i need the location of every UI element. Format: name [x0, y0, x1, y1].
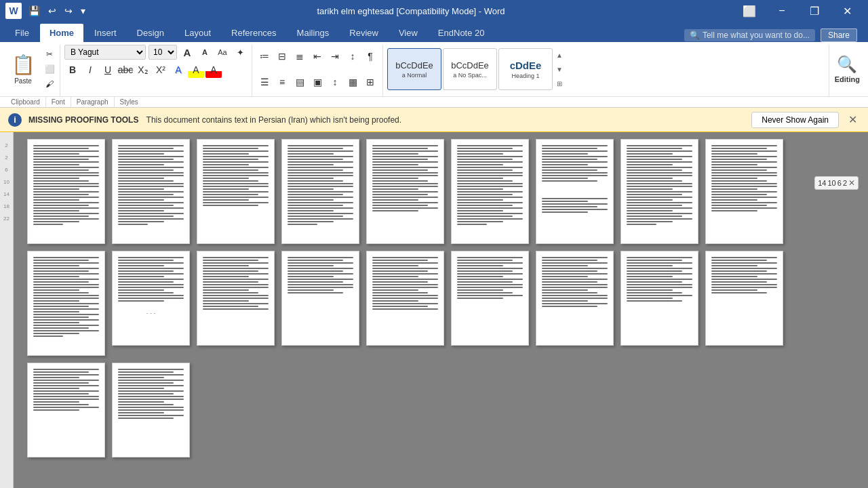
page-13 — [281, 251, 359, 346]
zoom-10: 10 — [828, 179, 836, 187]
increase-indent-button[interactable]: ⇥ — [327, 48, 343, 64]
styles-group: bCcDdEe a Normal bCcDdEe a No Spac... cD… — [383, 45, 829, 96]
tab-references[interactable]: References — [222, 24, 285, 42]
bold-button[interactable]: B — [64, 62, 81, 78]
style-normal[interactable]: bCcDdEe a Normal — [387, 48, 441, 90]
styles-scroll-down[interactable]: ▼ — [554, 62, 565, 76]
cut-button[interactable]: ✂ — [42, 47, 57, 61]
numbering-button[interactable]: ⊟ — [274, 48, 290, 64]
zoom-close-button[interactable]: ✕ — [848, 178, 855, 188]
minimize-button[interactable]: − — [766, 0, 797, 22]
tab-mailings[interactable]: Mailings — [288, 24, 339, 42]
page-9 — [705, 139, 783, 244]
multilevel-button[interactable]: ≣ — [292, 48, 308, 64]
underline-button[interactable]: U — [100, 62, 116, 78]
style-heading-sample: cDdEe — [510, 60, 542, 71]
vertical-ruler: 2 2 6 10 14 18 22 — [0, 132, 14, 488]
paste-button[interactable]: 📋 Paste — [5, 45, 41, 94]
tab-insert[interactable]: Insert — [85, 24, 126, 42]
page-11: - - - — [112, 251, 190, 346]
styles-scroll: ▲ ▼ ⊞ — [554, 48, 565, 90]
shading-button[interactable]: ▦ — [344, 74, 361, 90]
align-right-button[interactable]: ▤ — [292, 74, 308, 90]
change-case-button[interactable]: Aa — [215, 45, 230, 60]
font-size-select[interactable]: 10 — [149, 45, 177, 60]
page-20 — [112, 363, 190, 458]
tab-design[interactable]: Design — [127, 24, 174, 42]
font-row1: B Yagut 10 A A Aa ✦ — [64, 45, 248, 60]
page-7 — [536, 139, 614, 244]
align-left-button[interactable]: ☰ — [256, 74, 273, 90]
font-color-button[interactable]: A — [205, 62, 222, 78]
font-grow-button[interactable]: A — [180, 45, 195, 60]
ribbon-footer: Clipboard Font Paragraph Styles — [0, 96, 868, 107]
search-bar[interactable]: 🔍 Tell me what you want to do... — [684, 29, 815, 41]
strikethrough-button[interactable]: abc — [117, 62, 134, 78]
tab-view[interactable]: View — [389, 24, 427, 42]
show-marks-button[interactable]: ¶ — [362, 48, 378, 64]
style-normal-sample: bCcDdEe — [395, 60, 433, 70]
tab-layout[interactable]: Layout — [175, 24, 220, 42]
pages-container[interactable]: - - - — [14, 132, 868, 488]
clear-formatting-button[interactable]: ✦ — [233, 45, 248, 60]
font-shrink-button[interactable]: A — [197, 45, 212, 60]
line-spacing-button[interactable]: ↕ — [327, 74, 343, 90]
tab-home[interactable]: Home — [40, 24, 83, 42]
text-effects-button[interactable]: A — [170, 62, 186, 78]
style-heading-label: Heading 1 — [511, 73, 539, 79]
clipboard-group: 📋 Paste ✂ ⬜ 🖌 — [3, 45, 60, 96]
justify-button[interactable]: ▣ — [309, 74, 326, 90]
quick-access-dropdown[interactable]: ▾ — [78, 3, 88, 19]
style-nospace-label: a No Spac... — [453, 72, 487, 79]
styles-scroll-up[interactable]: ▲ — [554, 48, 565, 62]
paragraph-row1: ≔ ⊟ ≣ ⇤ ⇥ ↕ ¶ — [256, 45, 378, 68]
page-16 — [536, 251, 614, 346]
undo-button[interactable]: ↩ — [45, 3, 59, 19]
page-17 — [620, 251, 698, 346]
notification-close-button[interactable]: ✕ — [846, 113, 860, 126]
ruler-mark-6: 6 — [5, 163, 7, 176]
never-show-again-button[interactable]: Never Show Again — [751, 112, 839, 128]
bullets-button[interactable]: ≔ — [256, 48, 273, 64]
restore-button[interactable]: ❐ — [799, 0, 830, 22]
ruler-mark-2b: 2 — [5, 151, 7, 163]
font-group: B Yagut 10 A A Aa ✦ B I U abc X₂ X² A A … — [60, 45, 252, 96]
ribbon-display-options[interactable]: ⬜ — [734, 0, 765, 22]
format-painter-button[interactable]: 🖌 — [42, 77, 57, 91]
style-nospace-sample: bCcDdEe — [451, 60, 489, 70]
word-icon: W — [5, 3, 22, 19]
notification-text: MISSING PROOFING TOOLS This document con… — [28, 115, 745, 125]
style-heading1[interactable]: cDdEe Heading 1 — [498, 48, 553, 90]
borders-button[interactable]: ⊞ — [362, 74, 378, 90]
redo-button[interactable]: ↪ — [62, 3, 75, 19]
page-19 — [27, 363, 105, 458]
styles-expand-label[interactable]: Styles — [115, 97, 144, 107]
page-2 — [112, 139, 190, 244]
align-center-button[interactable]: ≡ — [274, 74, 290, 90]
clipboard-expand[interactable]: Clipboard — [5, 97, 46, 107]
styles-expand[interactable]: ⊞ — [554, 77, 565, 90]
pages-grid: - - - — [27, 139, 854, 458]
page-6 — [451, 139, 529, 244]
sort-button[interactable]: ↕ — [344, 48, 361, 64]
share-button[interactable]: Share — [821, 28, 857, 42]
superscript-button[interactable]: X² — [153, 62, 169, 78]
copy-button[interactable]: ⬜ — [42, 62, 57, 76]
font-row2: B I U abc X₂ X² A A A — [64, 62, 248, 78]
style-nospace[interactable]: bCcDdEe a No Spac... — [443, 48, 497, 90]
tab-file[interactable]: File — [5, 24, 39, 42]
tab-bar: File Home Insert Design Layout Reference… — [0, 22, 868, 42]
page-12 — [197, 251, 275, 346]
decrease-indent-button[interactable]: ⇤ — [309, 48, 326, 64]
ruler-mark-10: 10 — [3, 176, 9, 188]
tab-endnote[interactable]: EndNote 20 — [429, 24, 494, 42]
font-family-select[interactable]: B Yagut — [64, 45, 146, 60]
paragraph-expand[interactable]: Paragraph — [71, 97, 115, 107]
highlight-button[interactable]: A — [188, 62, 204, 78]
save-button[interactable]: 💾 — [26, 3, 43, 19]
font-expand[interactable]: Font — [46, 97, 71, 107]
subscript-button[interactable]: X₂ — [135, 62, 151, 78]
close-button[interactable]: ✕ — [831, 0, 863, 22]
tab-review[interactable]: Review — [340, 24, 388, 42]
italic-button[interactable]: I — [82, 62, 98, 78]
